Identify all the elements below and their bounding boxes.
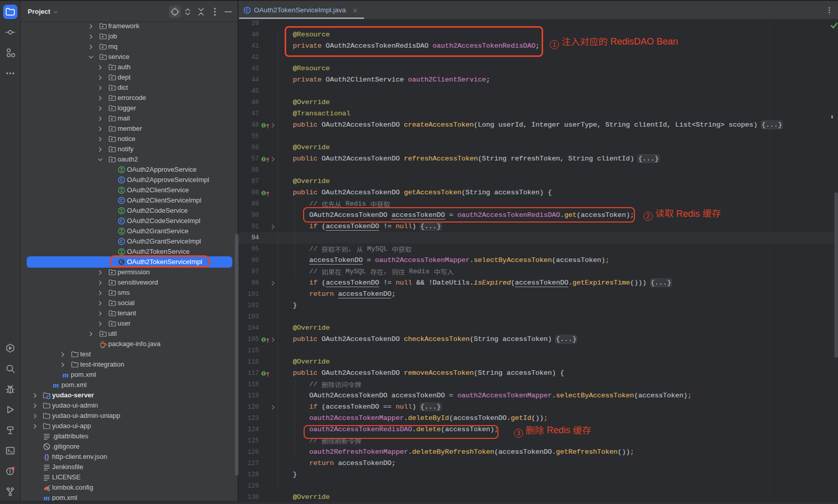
svg-text:C: C [120,177,124,183]
svg-text:C: C [120,198,124,203]
svg-text:C: C [120,239,124,244]
svg-text:m: m [53,381,59,389]
svg-text:C: C [120,218,124,224]
svg-text:{}: {} [44,453,49,460]
svg-text:C: C [246,8,249,13]
svg-text:m: m [62,371,68,379]
